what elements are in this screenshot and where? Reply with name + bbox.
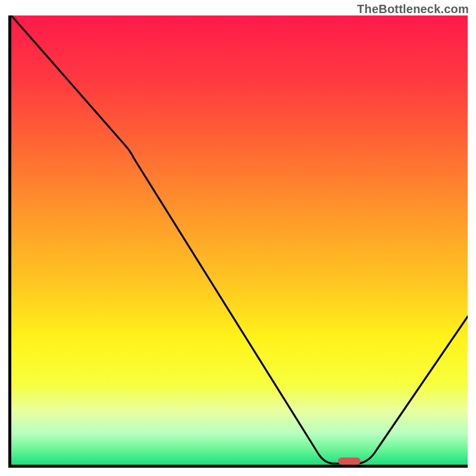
plot-area <box>11 15 468 465</box>
optimum-marker <box>338 458 361 465</box>
chart-container: TheBottleneck.com <box>0 0 476 476</box>
watermark-text: TheBottleneck.com <box>357 2 469 16</box>
curve-path <box>11 15 468 464</box>
bottleneck-curve <box>11 15 468 465</box>
